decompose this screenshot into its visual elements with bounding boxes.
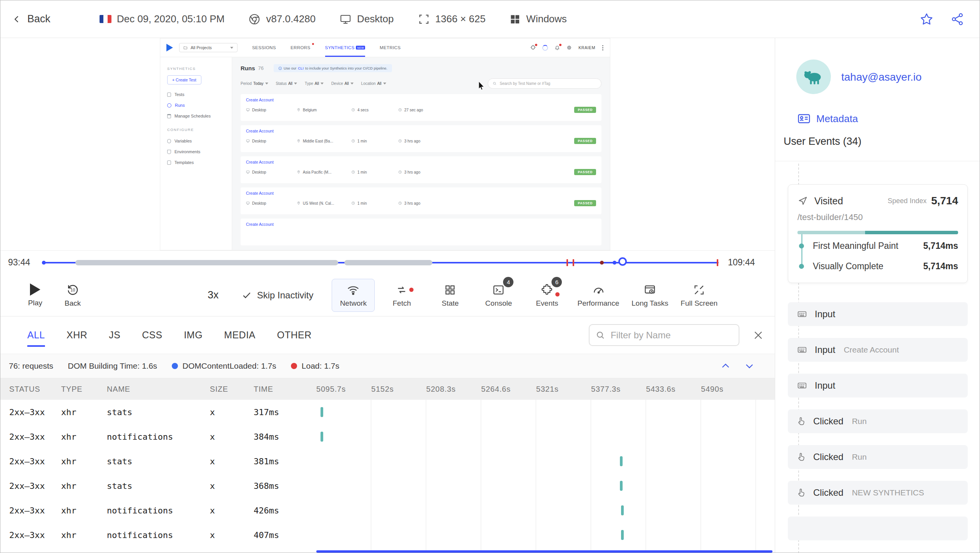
sidebar-item-icon <box>167 161 171 165</box>
app-sidebar-item[interactable]: Variables <box>167 136 232 146</box>
favorite-star-icon[interactable] <box>920 12 933 26</box>
user-event-card[interactable]: Clicked NEW SYNTHETICS <box>788 481 968 505</box>
app-runs-count: 76 <box>258 65 264 71</box>
jump-next-icon[interactable] <box>744 361 755 371</box>
close-panel-icon[interactable] <box>752 329 764 341</box>
long-tasks-panel-button[interactable]: Long Tasks <box>628 279 672 312</box>
network-request-row[interactable]: 2xx–3xx xhr stats x 381ms <box>0 449 775 474</box>
back-10-button[interactable]: 10 Back <box>65 283 81 308</box>
chevron-down-icon <box>350 83 354 84</box>
speed-toggle[interactable]: 3x <box>208 289 219 301</box>
run-card[interactable]: Create Account Desktop US West (N. Cal..… <box>241 187 601 214</box>
network-request-row[interactable]: 2xx–3xx xhr notifications x 407ms <box>0 523 775 547</box>
network-tab[interactable]: IMG <box>184 329 203 341</box>
full-screen-button[interactable]: Full Screen <box>677 279 721 312</box>
network-tab[interactable]: ALL <box>27 329 45 341</box>
network-request-row[interactable]: 2xx–3xx xhr stats x 368ms <box>0 474 775 498</box>
playhead-knob[interactable] <box>618 257 627 266</box>
total-time-label: 109:44 <box>728 257 755 268</box>
user-event-card[interactable]: Clicked Run <box>788 445 968 469</box>
app-filter-dropdown[interactable]: Device All <box>331 81 354 86</box>
user-event-card[interactable]: Input <box>788 302 968 326</box>
fetch-panel-button[interactable]: Fetch <box>380 279 423 312</box>
console-panel-button[interactable]: 4 Console <box>477 279 520 312</box>
run-name-link[interactable]: Create Account <box>246 191 274 195</box>
app-tab-errors[interactable]: ERRORS <box>291 38 311 57</box>
network-filter-input[interactable] <box>611 330 733 341</box>
network-request-row[interactable]: 2xx–3xx xhr stats x 317ms <box>0 400 775 424</box>
visited-event-card[interactable]: Visited Speed Index 5,714 /test-builder/… <box>788 184 968 283</box>
user-event-card[interactable]: Input <box>788 374 968 397</box>
app-tab-metrics[interactable]: METRICS <box>380 38 401 57</box>
app-tab-synthetics[interactable]: SYNTHETICSNEW <box>325 38 365 57</box>
user-event-card[interactable]: Input Create Account <box>788 338 968 362</box>
run-card[interactable]: Create Account Desktop Belgium <box>241 94 601 121</box>
state-panel-button[interactable]: State <box>429 279 472 312</box>
puzzle-icon[interactable] <box>530 45 536 50</box>
run-name-link[interactable]: Create Account <box>246 160 274 164</box>
app-sidebar-item[interactable]: Tests <box>167 89 232 100</box>
app-filter-dropdown[interactable]: Status All <box>276 81 297 86</box>
run-name-link[interactable]: Create Account <box>246 222 274 227</box>
jump-previous-icon[interactable] <box>720 361 731 371</box>
network-tab[interactable]: JS <box>109 329 120 341</box>
kebab-menu-icon[interactable] <box>602 45 604 51</box>
create-test-button[interactable]: + Create Test <box>167 75 201 84</box>
app-project-selector[interactable]: All Projects <box>179 43 238 52</box>
app-filter-dropdown[interactable]: Type All <box>305 81 324 86</box>
app-filter-dropdown[interactable]: Location All <box>361 81 386 86</box>
network-tab[interactable]: OTHER <box>277 329 312 341</box>
request-size: x <box>210 523 215 547</box>
navigate-arrow-icon <box>797 195 808 206</box>
timeline-event-marker[interactable] <box>600 261 604 265</box>
share-icon[interactable] <box>950 12 964 26</box>
app-sidebar-item[interactable]: Runs <box>167 100 232 111</box>
performance-panel-button[interactable]: Performance <box>574 279 623 312</box>
network-panel-button[interactable]: Network <box>332 279 375 312</box>
network-tab[interactable]: CSS <box>142 329 162 341</box>
timeline-event-marker[interactable] <box>717 259 718 266</box>
network-request-row[interactable]: 2xx–3xx xhr notifications x 426ms <box>0 498 775 523</box>
app-tab-sessions[interactable]: SESSIONS <box>252 38 276 57</box>
network-request-row[interactable]: 2xx–3xx xhr notifications x 384ms <box>0 424 775 449</box>
timeline-event-marker[interactable] <box>573 259 574 266</box>
app-filter-dropdown[interactable]: Period Today <box>241 81 268 86</box>
gear-icon[interactable] <box>566 45 572 50</box>
metadata-button[interactable]: Metadata <box>797 112 858 126</box>
cli-link[interactable]: CLI <box>298 66 304 70</box>
waterfall-scrollbar[interactable] <box>316 550 772 553</box>
waterfall-lane <box>316 474 774 498</box>
app-main: Runs 76 Use our CLI to include your Synt… <box>232 57 610 250</box>
run-name-link[interactable]: Create Account <box>246 98 274 102</box>
back-button[interactable]: Back <box>12 13 50 25</box>
user-event-card-partial[interactable] <box>788 517 968 540</box>
skip-inactivity-toggle[interactable]: Skip Inactivity <box>242 290 314 301</box>
run-card[interactable]: Create Account <box>241 219 601 245</box>
app-user-menu[interactable]: KRAIEM <box>578 45 595 50</box>
app-sidebar-item[interactable]: Environments <box>167 146 232 157</box>
app-sidebar-item[interactable]: Manage Schedules <box>167 111 232 121</box>
chevron-down-icon <box>265 83 268 84</box>
puzzle-icon <box>541 284 553 296</box>
app-sidebar-item[interactable]: Templates <box>167 157 232 168</box>
timeline-event-marker[interactable] <box>613 261 616 265</box>
run-card[interactable]: Create Account Desktop Asia Pacific (M..… <box>241 156 601 183</box>
clock-icon <box>398 170 402 174</box>
network-filter-box[interactable] <box>589 324 739 346</box>
status-badge: PASSED <box>574 107 596 113</box>
user-event-card[interactable]: Clicked Run <box>788 409 968 433</box>
play-button[interactable]: Play <box>28 283 42 307</box>
network-tab[interactable]: XHR <box>66 329 87 341</box>
app-search-box[interactable] <box>488 78 601 89</box>
network-tab[interactable]: MEDIA <box>224 329 256 341</box>
app-search-input[interactable] <box>500 81 596 86</box>
request-time: 407ms <box>254 523 279 547</box>
bell-icon[interactable] <box>555 45 560 50</box>
run-card[interactable]: Create Account Desktop Middle East (Ba..… <box>241 125 601 152</box>
status-badge: PASSED <box>574 138 596 144</box>
waterfall-lane <box>316 424 774 449</box>
timeline-track[interactable] <box>43 255 719 270</box>
events-panel-button[interactable]: 6 Events <box>525 279 568 312</box>
timeline-event-marker[interactable] <box>566 259 568 266</box>
run-name-link[interactable]: Create Account <box>246 129 274 133</box>
